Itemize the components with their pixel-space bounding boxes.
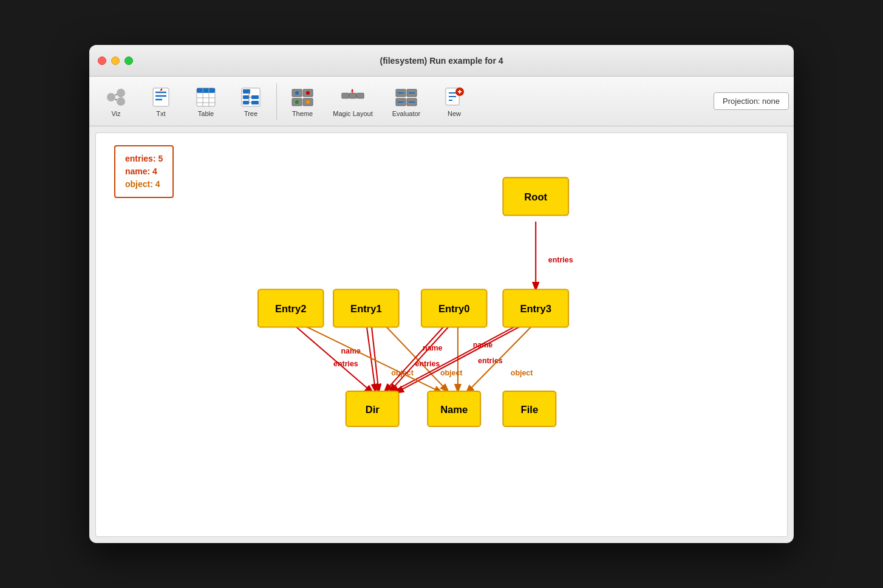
- node-file-label: File: [521, 404, 539, 415]
- svg-rect-35: [342, 93, 349, 98]
- svg-rect-37: [349, 93, 356, 98]
- tree-icon: [239, 86, 263, 109]
- toolbar-separator-1: [276, 83, 277, 120]
- viz-label: Viz: [111, 110, 120, 117]
- magic-layout-icon: [341, 86, 365, 109]
- magic-layout-label: Magic Layout: [333, 110, 372, 117]
- tree-button[interactable]: Tree: [229, 80, 273, 123]
- edge-entry1-dir-entries: [371, 322, 378, 391]
- close-button[interactable]: [98, 56, 106, 65]
- graph-canvas: entries: 5 name: 4 object: 4 entries: [95, 132, 788, 537]
- node-entry2-label: Entry2: [275, 303, 307, 315]
- svg-line-4: [115, 99, 117, 100]
- node-entry1-label: Entry1: [350, 303, 382, 315]
- txt-label: Txt: [156, 110, 165, 117]
- theme-icon: [290, 86, 315, 109]
- node-name-label: Name: [440, 404, 468, 415]
- svg-point-1: [117, 89, 125, 97]
- evaluator-label: Evaluator: [392, 110, 420, 117]
- new-label: New: [448, 110, 461, 117]
- edge-label-entries-e0: entries: [415, 360, 440, 368]
- svg-point-0: [107, 93, 115, 101]
- magic-layout-button[interactable]: Magic Layout: [326, 80, 380, 123]
- node-entry0-label: Entry0: [438, 303, 470, 315]
- titlebar: (filesystem) Run example for 4: [89, 45, 794, 77]
- svg-point-32: [306, 91, 310, 95]
- table-icon: [194, 86, 218, 109]
- window-controls: [98, 56, 133, 65]
- edge-label-object-e3: object: [511, 369, 533, 377]
- edge-entry2-dir-entries: [291, 322, 372, 392]
- svg-rect-20: [243, 101, 249, 104]
- edge-entry0-dir-entries: [390, 322, 452, 391]
- graph-svg: entries name entries object name entries…: [96, 133, 787, 536]
- viz-icon: [104, 86, 128, 109]
- svg-rect-5: [153, 88, 169, 106]
- maximize-button[interactable]: [124, 56, 133, 65]
- edge-label-entries-e1: entries: [333, 360, 358, 368]
- table-label: Table: [198, 110, 214, 117]
- edge-label-entries-e3: entries: [478, 357, 503, 365]
- edge-label-name-e3: name: [473, 341, 493, 349]
- svg-point-33: [295, 100, 299, 104]
- toolbar: Viz Txt: [89, 77, 794, 126]
- evaluator-button[interactable]: Evaluator: [381, 80, 431, 123]
- theme-button[interactable]: Theme: [281, 80, 324, 123]
- svg-rect-22: [251, 101, 259, 104]
- svg-point-2: [117, 97, 125, 106]
- window-title: (filesystem) Run example for 4: [380, 56, 503, 66]
- svg-rect-19: [243, 95, 249, 99]
- table-button[interactable]: Table: [184, 80, 228, 123]
- projection-area: Projection: none: [714, 92, 789, 110]
- svg-point-34: [306, 100, 310, 104]
- svg-marker-40: [351, 88, 353, 91]
- edge-label-entries-root: entries: [548, 256, 573, 264]
- txt-button[interactable]: Txt: [139, 80, 183, 123]
- node-entry3-label: Entry3: [520, 303, 551, 315]
- svg-rect-11: [197, 88, 215, 93]
- theme-label: Theme: [292, 110, 313, 117]
- new-button[interactable]: New: [432, 80, 476, 123]
- node-dir-label: Dir: [366, 404, 380, 415]
- svg-point-31: [295, 91, 299, 95]
- new-icon: [442, 86, 466, 109]
- svg-line-3: [115, 94, 117, 95]
- tree-label: Tree: [244, 110, 257, 117]
- viz-button[interactable]: Viz: [94, 80, 138, 123]
- projection-button[interactable]: Projection: none: [714, 92, 789, 110]
- svg-rect-36: [357, 93, 364, 98]
- node-root-label: Root: [524, 191, 547, 203]
- edge-label-object-e0: object: [440, 369, 463, 377]
- edge-entry2-name-obj: [297, 322, 442, 392]
- app-window: (filesystem) Run example for 4 Viz: [89, 45, 794, 543]
- minimize-button[interactable]: [111, 56, 120, 65]
- evaluator-icon: [394, 86, 418, 109]
- svg-rect-21: [251, 95, 259, 99]
- edge-entry3-name-obj: [466, 322, 536, 392]
- txt-icon: [149, 86, 173, 109]
